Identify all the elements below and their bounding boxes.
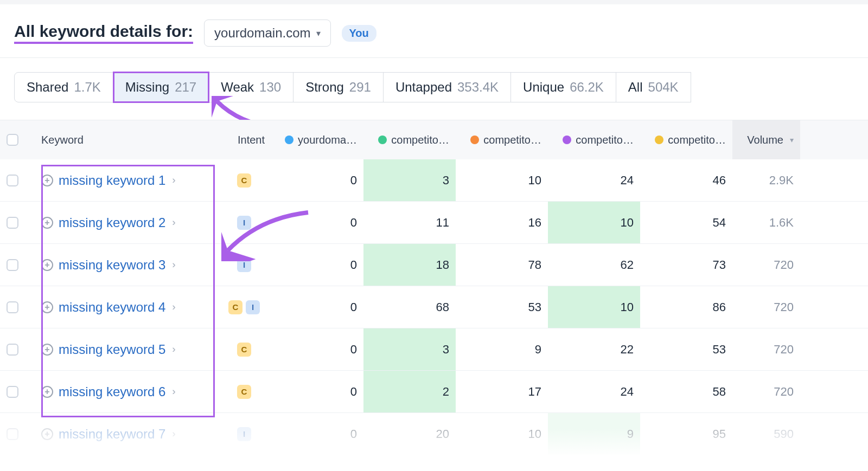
intent-badge-i: I	[246, 300, 260, 314]
expand-icon[interactable]: +	[41, 386, 53, 398]
intent-cell: I	[217, 413, 271, 455]
dot-icon	[655, 136, 663, 144]
intent-badge-c: C	[237, 385, 251, 399]
intent-badge-c: C	[228, 300, 242, 314]
header: All keyword details for: yourdomain.com …	[0, 4, 868, 58]
keyword-link[interactable]: missing keyword 3	[59, 257, 165, 273]
row-checkbox[interactable]	[7, 428, 18, 440]
value-c1: 68	[363, 286, 456, 328]
filter-missing[interactable]: Missing 217	[113, 72, 209, 102]
value-c2: 9	[456, 328, 548, 370]
keyword-link[interactable]: missing keyword 6	[59, 384, 165, 399]
col-keyword[interactable]: Keyword	[35, 134, 217, 146]
expand-icon[interactable]: +	[41, 175, 53, 186]
filter-label: Untapped	[395, 80, 452, 95]
table-row: +missing keyword 1››C031024462.9K	[0, 159, 868, 202]
table-row: +missing keyword 3››I018786273720	[0, 244, 868, 286]
chevron-down-icon: ▾	[316, 28, 321, 38]
filter-all[interactable]: All 504K	[616, 72, 691, 102]
row-checkbox[interactable]	[7, 386, 18, 398]
value-c1: 11	[363, 202, 456, 243]
filter-count: 504K	[648, 80, 679, 95]
expand-icon[interactable]: +	[41, 301, 53, 313]
intent-badge-i: I	[237, 216, 251, 230]
filter-label: Unique	[523, 80, 564, 95]
value-c1: 3	[363, 159, 456, 201]
value-c1: 2	[363, 371, 456, 412]
filter-weak[interactable]: Weak 130	[209, 72, 293, 102]
row-checkbox[interactable]	[7, 175, 18, 186]
volume-value: 720	[732, 286, 800, 328]
value-yourdomain: 0	[271, 244, 363, 286]
you-badge: You	[342, 25, 376, 42]
dot-icon	[470, 136, 479, 144]
filter-tabs: Shared 1.7KMissing 217Weak 130Strong 291…	[0, 58, 868, 109]
intent-cell: C	[217, 371, 271, 412]
filter-count: 1.7K	[74, 80, 100, 95]
filter-strong[interactable]: Strong 291	[293, 72, 384, 102]
value-c2: 10	[456, 159, 548, 201]
row-checkbox[interactable]	[7, 344, 18, 356]
row-checkbox[interactable]	[7, 259, 18, 271]
filter-count: 217	[175, 80, 196, 95]
value-c4: 86	[640, 286, 732, 328]
filter-shared[interactable]: Shared 1.7K	[14, 72, 113, 102]
col-competitor-2[interactable]: competito…	[456, 134, 548, 146]
keyword-link[interactable]: missing keyword 7	[59, 427, 165, 442]
value-yourdomain: 0	[271, 328, 363, 370]
row-checkbox[interactable]	[7, 217, 18, 229]
value-c1: 20	[363, 413, 456, 455]
col-yourdomain[interactable]: yourdoma…	[271, 134, 363, 146]
keyword-link[interactable]: missing keyword 5	[59, 342, 165, 357]
col-competitor-3[interactable]: competito…	[548, 134, 640, 146]
table-body: +missing keyword 1››C031024462.9K+missin…	[0, 159, 868, 455]
dot-icon	[285, 136, 293, 144]
filter-count: 291	[349, 80, 371, 95]
col-volume[interactable]: Volume ▾	[732, 120, 800, 159]
expand-icon[interactable]: +	[41, 428, 53, 440]
intent-cell: C	[217, 159, 271, 201]
value-yourdomain: 0	[271, 371, 363, 412]
filter-label: Weak	[221, 80, 254, 95]
keyword-link[interactable]: missing keyword 1	[59, 173, 165, 188]
expand-icon[interactable]: +	[41, 217, 53, 229]
value-yourdomain: 0	[271, 413, 363, 455]
value-c2: 17	[456, 371, 548, 412]
keyword-cell: +missing keyword 3››	[35, 244, 217, 286]
row-checkbox[interactable]	[7, 301, 18, 313]
value-c4: 95	[640, 413, 732, 455]
filter-unique[interactable]: Unique 66.2K	[511, 72, 616, 102]
sort-desc-icon: ▾	[790, 136, 794, 144]
keyword-link[interactable]: missing keyword 2	[59, 215, 165, 230]
col-competitor-1[interactable]: competito…	[363, 134, 456, 146]
filter-count: 66.2K	[570, 80, 604, 95]
keyword-cell: +missing keyword 2››	[35, 202, 217, 243]
keyword-cell: +missing keyword 6››	[35, 371, 217, 412]
value-c3: 9	[548, 413, 640, 455]
dot-icon	[563, 136, 571, 144]
page-title: All keyword details for:	[14, 22, 193, 44]
value-yourdomain: 0	[271, 159, 363, 201]
value-c2: 78	[456, 244, 548, 286]
keyword-cell: +missing keyword 4››	[35, 286, 217, 328]
keyword-link[interactable]: missing keyword 4	[59, 300, 165, 315]
col-competitor-4[interactable]: competito…	[640, 134, 732, 146]
filter-label: Shared	[27, 80, 68, 95]
value-c4: 46	[640, 159, 732, 201]
domain-select[interactable]: yourdomain.com ▾	[204, 20, 330, 47]
intent-cell: I	[217, 202, 271, 243]
select-all-checkbox[interactable]	[7, 134, 18, 146]
intent-badge-c: C	[237, 343, 251, 357]
keyword-cell: +missing keyword 7››	[35, 413, 217, 455]
value-yourdomain: 0	[271, 286, 363, 328]
top-border-strip	[0, 0, 868, 4]
value-c1: 3	[363, 328, 456, 370]
intent-cell: C	[217, 328, 271, 370]
expand-icon[interactable]: +	[41, 344, 53, 356]
col-intent[interactable]: Intent	[217, 134, 271, 146]
domain-select-value: yourdomain.com	[214, 25, 310, 41]
expand-icon[interactable]: +	[41, 259, 53, 271]
filter-untapped[interactable]: Untapped 353.4K	[384, 72, 511, 102]
value-c3: 24	[548, 371, 640, 412]
volume-value: 720	[732, 244, 800, 286]
